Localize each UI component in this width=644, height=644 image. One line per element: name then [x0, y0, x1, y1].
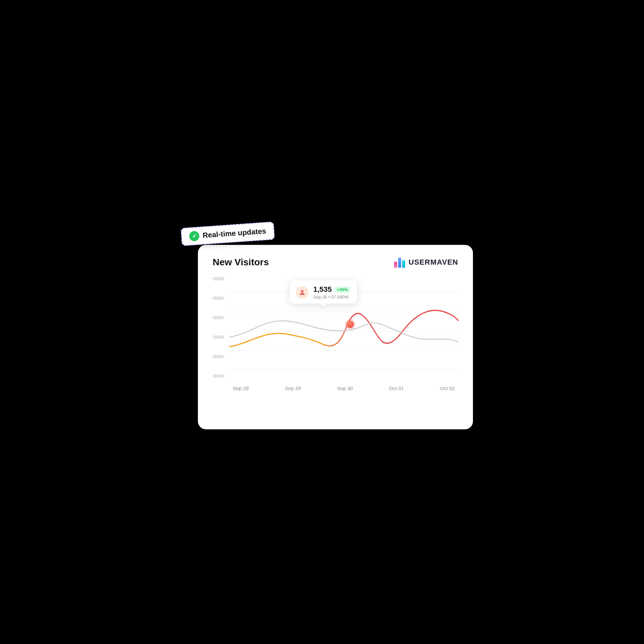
x-label-sep29: Sep 29 [285, 385, 301, 391]
orange-line [229, 333, 318, 347]
card-title: New Visitors [213, 257, 269, 268]
badge-label: Real-time updates [202, 227, 266, 240]
logo-bar-3 [402, 260, 405, 268]
logo-bar-1 [394, 262, 397, 268]
card-header: New Visitors USERMAVEN [213, 257, 458, 268]
logo-icon [394, 257, 405, 268]
data-point-dot [346, 321, 354, 328]
y-label-1 [213, 277, 224, 280]
scene: Real-time updates New Visitors USERMAVEN [171, 215, 473, 429]
realtime-badge: Real-time updates [180, 221, 275, 246]
main-card: New Visitors USERMAVEN [198, 245, 473, 429]
y-axis-labels [213, 277, 227, 378]
tooltip-percent: +45% [334, 286, 351, 293]
x-axis: Sep 28 Sep 29 Sep 30 Oct 01 Oct 02 [229, 385, 458, 391]
logo-bar-2 [398, 258, 401, 268]
chart-area: 1,535 +45% Sep,30 • 07:30PM [213, 277, 458, 391]
user-icon [299, 289, 306, 296]
y-label-3 [213, 316, 224, 319]
red-line [318, 310, 458, 346]
tooltip: 1,535 +45% Sep,30 • 07:30PM [290, 280, 357, 304]
x-label-sep28: Sep 28 [233, 385, 249, 391]
y-label-4 [213, 335, 224, 339]
logo: USERMAVEN [394, 257, 458, 268]
x-label-sep30: Sep 30 [337, 385, 353, 391]
tooltip-date: Sep,30 • 07:30PM [313, 294, 351, 300]
tooltip-number: 1,535 [313, 285, 332, 294]
svg-point-0 [301, 290, 303, 292]
tooltip-content: 1,535 +45% Sep,30 • 07:30PM [313, 285, 351, 300]
tooltip-arrow [320, 304, 327, 307]
tooltip-value: 1,535 +45% [313, 285, 351, 294]
gray-line [229, 321, 458, 342]
chart-inner: 1,535 +45% Sep,30 • 07:30PM [229, 277, 458, 391]
y-label-5 [213, 355, 224, 358]
logo-text: USERMAVEN [409, 258, 458, 267]
tooltip-avatar [296, 286, 309, 299]
x-label-oct01: Oct 01 [389, 385, 404, 391]
y-label-2 [213, 297, 224, 300]
x-label-oct02: Oct 02 [440, 385, 455, 391]
y-label-6 [213, 374, 224, 378]
check-icon [189, 231, 200, 241]
